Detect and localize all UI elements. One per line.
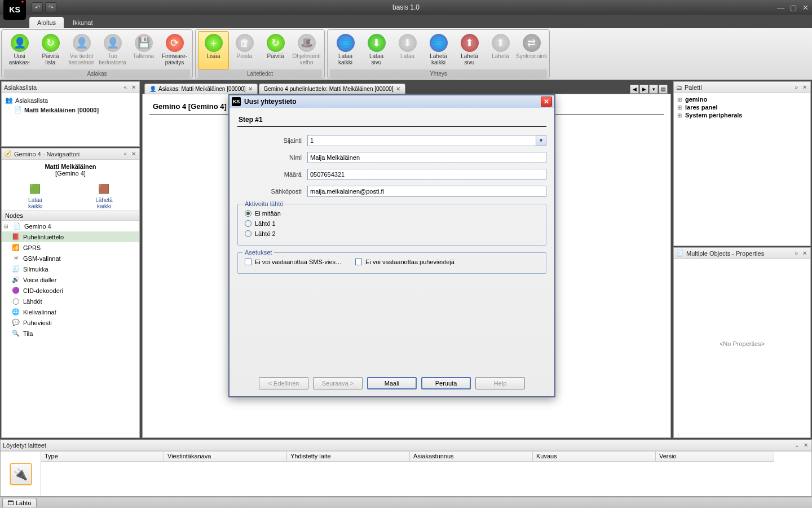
expand-icon[interactable]: ⊞ xyxy=(677,112,683,119)
expand-icon[interactable]: ⊞ xyxy=(677,104,683,111)
combo-sijainti[interactable]: 1 ▼ xyxy=(307,135,546,146)
redo-button[interactable]: ↷ xyxy=(45,2,56,12)
undo-button[interactable]: ↶ xyxy=(32,2,43,12)
column-header[interactable]: Asiakastunnus xyxy=(410,452,533,462)
node-item[interactable]: ⊟📄Gemino 4 xyxy=(2,221,139,231)
ribbon-button[interactable]: 🌐Lataakaikki xyxy=(330,31,361,69)
tab-dropdown-button[interactable]: ▾ xyxy=(649,85,658,94)
input-maara[interactable] xyxy=(307,169,546,180)
palette-item[interactable]: ⊞lares panel xyxy=(676,103,808,111)
tab-aloitus[interactable]: Aloitus xyxy=(29,17,64,28)
dialog-uusi-yhteystieto: KS Uusi yhteystieto ✕ Step #1 Sijainti 1… xyxy=(228,94,555,397)
close-icon[interactable]: ✕ xyxy=(130,84,137,90)
expand-icon[interactable]: ⊞ xyxy=(677,97,683,103)
ribbon-button[interactable]: ⬇Lataasivu xyxy=(361,31,392,69)
close-icon[interactable]: ✕ xyxy=(801,250,808,256)
expand-icon[interactable]: » xyxy=(793,84,799,90)
minimize-button[interactable]: ― xyxy=(777,3,784,12)
maximize-button[interactable]: ▢ xyxy=(790,3,797,12)
ribbon-button[interactable]: 🌐Lähetäkaikki xyxy=(423,31,454,69)
node-item[interactable]: 🟣CID-dekooderi xyxy=(2,285,139,296)
ribbon-button[interactable]: 🎩Ohjelmointivelho xyxy=(291,31,322,69)
palette-item[interactable]: ⊞gemino xyxy=(676,95,808,103)
check-ei-sms[interactable]: Ei voi vastaanottaa SMS-vies… xyxy=(245,259,342,265)
node-item[interactable]: 💬Puheviesti xyxy=(2,317,139,328)
input-nimi[interactable] xyxy=(307,152,546,163)
close-icon[interactable]: ✕ xyxy=(801,84,808,90)
close-icon[interactable]: ✕ xyxy=(396,86,400,92)
legend: Asetukset xyxy=(242,249,274,256)
dialog-close-button[interactable]: ✕ xyxy=(541,97,552,107)
bottom-tab-lahto[interactable]: 🗔 Lähtö xyxy=(2,498,37,507)
node-item[interactable]: 🌐Kielivalinnat xyxy=(2,306,139,317)
column-header[interactable]: Kuvaus xyxy=(533,452,656,462)
button-help[interactable]: Help xyxy=(475,377,525,389)
column-header[interactable]: Versio xyxy=(656,452,774,462)
radio-ei-mitaan[interactable]: Ei mitään xyxy=(245,210,539,217)
ribbon-button[interactable]: ⬇Lataa xyxy=(392,31,423,69)
collapse-down-icon[interactable]: ⌄ xyxy=(793,442,800,448)
ribbon-button[interactable]: 💾Tallenna xyxy=(128,31,159,69)
tab-ikkunat[interactable]: Ikkunat xyxy=(65,17,100,28)
node-item[interactable]: ◯Lähdöt xyxy=(2,296,139,306)
chevron-down-icon[interactable]: ▼ xyxy=(536,135,546,146)
column-header[interactable]: Type xyxy=(41,452,164,462)
nav-upload-all[interactable]: 🟫Lähetä kaikki xyxy=(95,183,113,209)
close-icon[interactable]: ✕ xyxy=(802,442,809,448)
ribbon-button[interactable]: ⬆Lähetä xyxy=(485,31,516,69)
ribbon-button[interactable]: ⟳Firmware-päivitys xyxy=(159,31,190,69)
tab-next-button[interactable]: ▶ xyxy=(639,85,648,94)
ribbon-button[interactable]: 🗑Poista xyxy=(229,31,260,69)
tab-menu-button[interactable]: ▤ xyxy=(659,85,668,94)
nav-download-all[interactable]: 🟩Lataa kaikki xyxy=(28,183,42,209)
ribbon-button[interactable]: ⬆Lähetäsivu xyxy=(454,31,485,69)
collapse-icon[interactable]: « xyxy=(122,84,128,90)
ribbon-icon: 👤 xyxy=(104,34,122,52)
node-item[interactable]: 🧾Silmukka xyxy=(2,264,139,274)
expand-icon[interactable]: » xyxy=(793,250,799,256)
dialog-titlebar[interactable]: KS Uusi yhteystieto ✕ xyxy=(230,95,554,108)
ribbon-button[interactable]: ＋Lisää xyxy=(198,31,229,69)
column-header[interactable]: Yhdistetty laite xyxy=(287,452,410,462)
close-icon[interactable]: ✕ xyxy=(248,86,253,92)
ribbon-button[interactable]: ↻Päivitälista xyxy=(35,31,66,69)
app-logo[interactable]: KS xyxy=(3,0,26,20)
button-edellinen[interactable]: < Edellinen xyxy=(259,377,308,389)
ribbon-label: Lataasivu xyxy=(369,53,383,65)
fieldset-aktivoitu-lahto: Aktivoitu lähtö Ei mitään Lähtö 1 Lähtö … xyxy=(237,204,546,246)
doc-tab-asiakas[interactable]: 👤 Asiakas: Matti Meikäläinen [00000] ✕ xyxy=(144,84,258,94)
node-item[interactable]: 📶GPRS xyxy=(2,242,139,253)
collapse-icon[interactable]: « xyxy=(122,151,128,157)
ribbon-icon: ⇄ xyxy=(523,34,541,52)
tree-root[interactable]: 👥 Asiakaslista xyxy=(3,95,138,105)
node-item[interactable]: ✳GSM-valinnat xyxy=(2,253,139,264)
ribbon-button[interactable]: 👤Uusiasiakas▫ xyxy=(4,31,35,69)
ribbon-button[interactable]: 👤Vie tiedottiedostoon xyxy=(66,31,97,69)
ribbon-label: Firmware-päivitys xyxy=(162,53,187,65)
button-seuraava[interactable]: Seuraava > xyxy=(313,377,363,389)
radio-lahto-2[interactable]: Lähtö 2 xyxy=(245,230,539,237)
collapse-icon[interactable]: ⊟ xyxy=(4,224,10,229)
button-peruuta[interactable]: Peruuta xyxy=(421,377,471,389)
close-icon[interactable]: ✕ xyxy=(130,151,137,157)
radio-lahto-1[interactable]: Lähtö 1 xyxy=(245,220,539,227)
button-maali[interactable]: Maali xyxy=(367,377,417,389)
ribbon-button[interactable]: ⇄Synkronointi xyxy=(516,31,547,69)
close-button[interactable]: ✕ xyxy=(802,3,809,12)
node-item[interactable]: 🔍Tila xyxy=(2,328,139,339)
tab-prev-button[interactable]: ◀ xyxy=(630,85,639,94)
ribbon-label: Tallenna xyxy=(133,53,154,59)
ribbon-button[interactable]: 👤Tuotiedostosta xyxy=(97,31,128,69)
node-item[interactable]: 🔊Voice dialler xyxy=(2,274,139,285)
node-item[interactable]: 📕Puhelinluettelo xyxy=(2,231,139,242)
tree-client[interactable]: 📄 Matti Meikäläinen [00000] xyxy=(3,105,138,115)
ribbon-label: Uusiasiakas▫ xyxy=(9,53,30,65)
input-sahkoposti[interactable] xyxy=(307,186,546,197)
column-header[interactable]: Viestintäkanava xyxy=(164,452,287,462)
palette-item[interactable]: ⊞System peripherals xyxy=(676,111,808,119)
nav-header: Matti Meikäläinen [Gemino 4] xyxy=(2,160,139,180)
doc-tab-puhelinluettelo[interactable]: Gemino 4 puhelinluettelo: Matti Meikäläi… xyxy=(259,84,405,94)
ribbon-button[interactable]: ↻Päivitä xyxy=(260,31,291,69)
found-device-image[interactable]: 🔌 xyxy=(1,452,41,496)
check-ei-puhe[interactable]: Ei voi vastaanottaa puheviestejä xyxy=(355,259,454,265)
